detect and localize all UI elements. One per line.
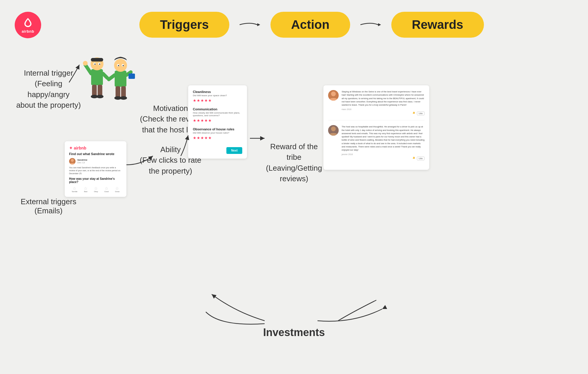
reviewer-text-1: Staying at Windows on the Seine is one o… [342,90,425,107]
user-avatar [69,158,76,164]
rating-cleanliness: Cleanliness Did Will leave your space cl… [193,90,242,103]
card-body: You can read Sandrine's feedback once yo… [69,166,122,175]
reviewer-avatar-2 [328,125,339,136]
util-btn-2[interactable]: Utile [417,157,425,160]
header-area: Triggers Action Rewards [47,12,576,38]
svg-rect-24 [128,74,135,79]
util-btn-1[interactable]: Utile [417,112,425,115]
svg-point-10 [83,61,88,66]
svg-point-15 [96,95,103,98]
logo-text: airbnb [22,29,34,34]
investments-label: Investments [263,326,325,339]
svg-point-31 [331,92,336,96]
card-question: How was your stay at Sandrine's place? [69,177,122,184]
card-title: Find out what Sandrine wrote [69,152,122,156]
svg-rect-16 [115,71,126,87]
next-button[interactable]: Next [226,147,242,154]
svg-rect-2 [91,69,103,85]
svg-point-20 [118,65,119,66]
thumb-icon-2: 👍 [412,157,415,160]
reviewer-content-1: Staying at Windows on the Seine is one o… [342,90,425,115]
person-illustration [75,46,143,106]
svg-point-17 [114,59,127,72]
reviewer-content-2: The host was so hospitable and thoughtfu… [342,125,425,160]
star-rating-row: ☆Terrible ☆Bad ☆Okay ☆Good ☆Great [69,186,122,192]
svg-point-30 [71,159,74,162]
svg-point-32 [331,127,336,131]
svg-point-29 [120,96,127,100]
svg-line-9 [85,65,91,74]
review-rating-card: Cleanliness Did Will leave your space cl… [188,85,247,159]
rating-house-rules: Observance of house rules Did Will obser… [193,127,242,140]
reviewer-actions-2: 👍 Utile [342,157,425,160]
email-card: ✦ airbnb Find out what Sandrine wrote Sa… [65,141,126,197]
reviewer-text-2: The host was so hospitable and thoughtfu… [342,125,425,152]
reviews-panel: Staying at Windows on the Seine is one o… [323,85,429,170]
airbnb-logo: airbnb [15,12,41,38]
rating-communication: Communication How clearly did Will commu… [193,107,242,123]
action-pill: Action [270,12,350,38]
triggers-pill: Triggers [139,12,229,38]
review-item-2: The host was so hospitable and thoughtfu… [328,125,425,165]
card-airbnb-logo: ✦ airbnb [69,146,122,150]
rewards-pill: Rewards [391,12,484,38]
reviewer-actions-1: 👍 Utile [342,112,425,115]
thumb-icon-1: 👍 [412,112,415,115]
review-item-1: Staying at Windows on the Seine is one o… [328,90,425,120]
svg-point-8 [99,64,100,65]
reviewer-date-2: janvier 2016 [342,153,425,155]
svg-marker-1 [378,23,381,26]
svg-line-11 [103,74,107,78]
svg-line-22 [109,75,115,79]
svg-rect-4 [91,58,103,61]
user-name-date: Sandrine Dec 13 [77,159,87,164]
svg-point-21 [123,65,124,66]
arrow-2 [359,20,382,29]
card-user-row: Sandrine Dec 13 [69,158,122,164]
internal-trigger-text: Internal trigger (Feeling happy/angry ab… [15,68,82,111]
arrow-1 [238,20,262,29]
svg-marker-0 [257,23,260,26]
reviewer-date-1: mars 2016 [342,108,425,110]
reviewer-avatar-1 [328,90,339,101]
svg-point-7 [94,64,96,65]
reward-text: Reward of the tribe (Leaving/Getting rev… [265,141,323,184]
external-trigger-text: External triggers (Emails) [15,197,82,215]
